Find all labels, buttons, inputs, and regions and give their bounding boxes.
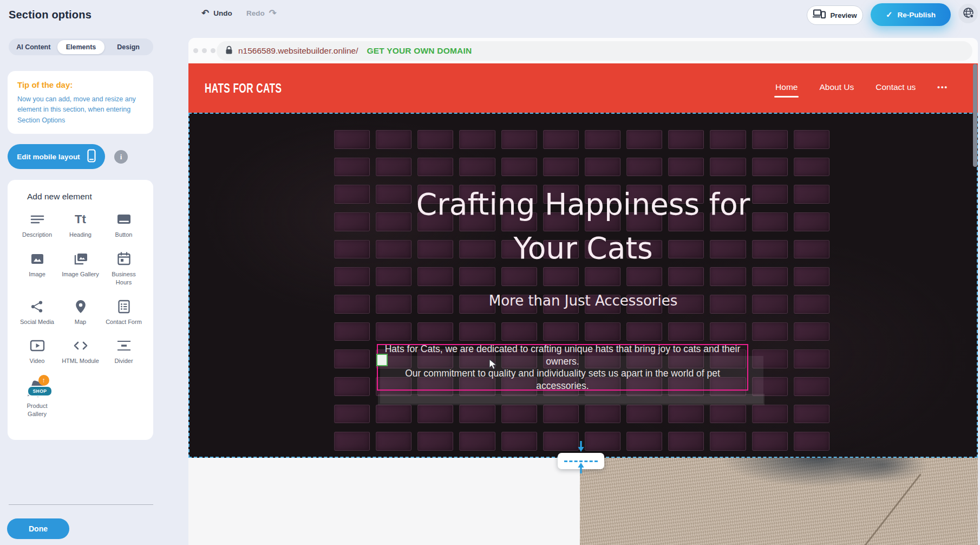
wall-tile — [794, 432, 829, 451]
wall-tile — [626, 432, 662, 451]
add-element-label: Business Hours — [104, 270, 144, 287]
add-element-label: Product Gallery — [17, 402, 57, 418]
business-hours-icon — [116, 251, 132, 267]
product-gallery-icon: ↑ SHOP — [24, 377, 50, 399]
add-element-label: Social Media — [17, 318, 57, 326]
mouse-cursor — [488, 359, 498, 373]
add-element-social-media[interactable]: Social Media — [16, 299, 59, 326]
wall-tile — [334, 405, 370, 424]
resize-arrow-up-icon — [577, 462, 585, 476]
check-icon: ✓ — [886, 10, 893, 20]
wall-tile — [417, 158, 453, 177]
address-bar[interactable]: n1566589.websitebuilder.online/ GET YOUR… — [217, 41, 972, 61]
image-gallery-icon — [73, 251, 89, 267]
wall-tile — [668, 322, 704, 341]
wall-tile — [626, 405, 662, 424]
wall-tile — [585, 405, 620, 424]
wall-tile — [710, 405, 746, 424]
hero-body-line2: Our commitment to quality and individual… — [378, 367, 747, 392]
republish-button[interactable]: ✓ Re-Publish — [871, 3, 951, 26]
wall-tile — [710, 432, 746, 451]
wall-tile — [417, 432, 453, 451]
done-button[interactable]: Done — [7, 518, 69, 539]
site-header: HATS FOR CATS Home About Us Contact us •… — [188, 63, 978, 113]
add-element-description[interactable]: Description — [16, 211, 59, 239]
nav-contact-us[interactable]: Contact us — [876, 79, 916, 98]
wall-tile — [668, 432, 704, 451]
hero-subheading[interactable]: More than Just Accessories — [190, 293, 977, 309]
tab-design[interactable]: Design — [104, 40, 152, 54]
wall-tile — [752, 322, 788, 341]
wall-tile — [794, 158, 829, 177]
wall-tile — [543, 432, 579, 451]
tip-of-the-day-card: Tip of the day: Now you can add, move an… — [8, 71, 153, 134]
wall-tile — [794, 405, 829, 424]
add-element-html-module[interactable]: HTML Module — [59, 338, 102, 365]
language-globe-button[interactable] — [958, 4, 978, 23]
wall-tile — [459, 322, 495, 341]
preview-button[interactable]: Preview — [807, 5, 863, 25]
nav-about-us[interactable]: About Us — [819, 79, 854, 98]
wall-tile — [543, 158, 579, 177]
site-preview-window: n1566589.websitebuilder.online/ GET YOUR… — [188, 38, 978, 545]
add-element-product-gallery[interactable]: ↑ SHOP Product Gallery — [16, 377, 59, 418]
wall-tile — [417, 322, 453, 341]
wall-tile — [710, 158, 746, 177]
resize-arrow-down-icon — [577, 441, 585, 455]
preview-devices-icon — [813, 9, 826, 21]
wall-tile — [501, 322, 537, 341]
add-element-heading[interactable]: Tt Heading — [59, 211, 102, 239]
add-element-label: HTML Module — [61, 357, 101, 365]
wall-tile — [668, 405, 704, 424]
wall-tile — [459, 405, 495, 424]
add-element-label: Divider — [104, 357, 144, 365]
site-nav: Home About Us Contact us ••• — [775, 79, 948, 98]
add-element-business-hours[interactable]: Business Hours — [102, 251, 146, 287]
wall-tile — [794, 130, 829, 149]
wall-tile — [626, 322, 662, 341]
drag-handle-green[interactable] — [376, 354, 388, 366]
undo-button[interactable]: ↶ Undo — [201, 8, 232, 18]
wall-tile — [459, 158, 495, 177]
nav-more-icon[interactable]: ••• — [937, 80, 948, 96]
button-icon — [116, 211, 132, 228]
tab-ai-content[interactable]: AI Content — [10, 40, 57, 54]
preview-scrollbar[interactable] — [973, 64, 977, 167]
wall-tile — [543, 322, 579, 341]
wall-tile — [585, 130, 620, 149]
site-logo[interactable]: HATS FOR CATS — [205, 81, 282, 96]
nav-home[interactable]: Home — [775, 79, 798, 98]
info-icon: i — [120, 153, 122, 161]
add-element-image[interactable]: Image — [16, 251, 59, 287]
add-element-image-gallery[interactable]: Image Gallery — [59, 251, 102, 287]
get-domain-link[interactable]: GET YOUR OWN DOMAIN — [367, 46, 472, 56]
browser-chrome: n1566589.websitebuilder.online/ GET YOUR… — [188, 38, 978, 63]
edit-mobile-layout-label: Edit mobile layout — [17, 153, 80, 161]
add-element-button[interactable]: Button — [102, 211, 146, 239]
lock-icon — [225, 46, 233, 57]
info-button[interactable]: i — [114, 150, 128, 164]
hero-heading[interactable]: Crafting Happiness for Your Cats — [190, 183, 977, 270]
wall-tile — [459, 432, 495, 451]
add-element-map[interactable]: Map — [59, 299, 102, 326]
wall-tile — [334, 130, 370, 149]
sidebar-divider — [9, 504, 153, 505]
contact-form-icon — [116, 299, 132, 315]
add-element-video[interactable]: Video — [16, 338, 59, 365]
wall-tile — [752, 432, 788, 451]
add-element-label: Description — [17, 231, 57, 239]
edit-mobile-layout-button[interactable]: Edit mobile layout — [8, 144, 105, 169]
site-url: n1566589.websitebuilder.online/ — [238, 46, 358, 56]
wall-tile — [501, 405, 537, 424]
add-element-contact-form[interactable]: Contact Form — [102, 299, 146, 326]
redo-button[interactable]: Redo ↷ — [246, 8, 277, 18]
wall-tile — [752, 130, 788, 149]
add-element-divider[interactable]: Divider — [102, 338, 146, 365]
wall-tile — [501, 130, 537, 149]
selected-text-element[interactable]: Hats for Cats, we are dedicated to craft… — [377, 344, 748, 391]
tab-elements[interactable]: Elements — [57, 40, 105, 54]
redo-icon: ↷ — [269, 8, 277, 18]
hero-section-selected[interactable]: Crafting Happiness for Your Cats More th… — [188, 113, 978, 458]
wall-tile — [501, 158, 537, 177]
wall-tile — [668, 130, 704, 149]
